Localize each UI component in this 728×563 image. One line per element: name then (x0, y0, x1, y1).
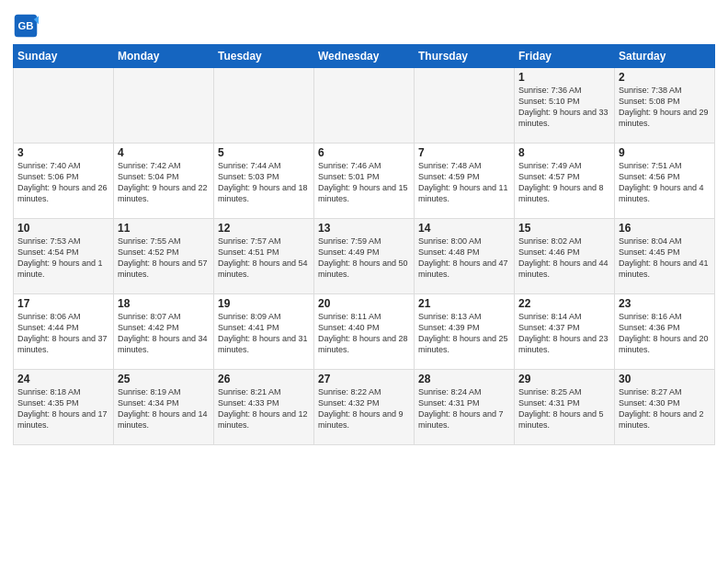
day-cell: 25Sunrise: 8:19 AM Sunset: 4:34 PM Dayli… (114, 370, 214, 445)
day-info: Sunrise: 7:55 AM Sunset: 4:52 PM Dayligh… (118, 236, 210, 281)
day-number: 19 (218, 297, 310, 310)
day-info: Sunrise: 8:13 AM Sunset: 4:39 PM Dayligh… (418, 311, 510, 356)
day-cell (14, 68, 114, 144)
day-number: 23 (619, 297, 711, 310)
day-cell (314, 68, 415, 144)
day-cell: 27Sunrise: 8:22 AM Sunset: 4:32 PM Dayli… (314, 370, 415, 445)
day-cell: 14Sunrise: 8:00 AM Sunset: 4:48 PM Dayli… (415, 219, 515, 294)
day-cell: 24Sunrise: 8:18 AM Sunset: 4:35 PM Dayli… (14, 370, 114, 445)
day-info: Sunrise: 7:46 AM Sunset: 5:01 PM Dayligh… (318, 160, 410, 205)
col-header-tuesday: Tuesday (214, 45, 314, 68)
day-info: Sunrise: 8:18 AM Sunset: 4:35 PM Dayligh… (17, 386, 109, 431)
calendar-table: SundayMondayTuesdayWednesdayThursdayFrid… (13, 44, 715, 445)
day-number: 13 (318, 222, 410, 235)
day-cell: 5Sunrise: 7:44 AM Sunset: 5:03 PM Daylig… (214, 144, 314, 219)
day-info: Sunrise: 7:57 AM Sunset: 4:51 PM Dayligh… (218, 236, 310, 281)
day-cell (415, 68, 515, 144)
day-number: 28 (418, 373, 510, 385)
page-container: GB SundayMondayTuesdayWednesdayThursdayF… (0, 0, 728, 453)
day-cell: 19Sunrise: 8:09 AM Sunset: 4:41 PM Dayli… (214, 294, 314, 370)
day-cell: 9Sunrise: 7:51 AM Sunset: 4:56 PM Daylig… (615, 144, 715, 219)
week-row-4: 17Sunrise: 8:06 AM Sunset: 4:44 PM Dayli… (14, 294, 715, 370)
logo: GB (13, 13, 42, 39)
day-cell: 29Sunrise: 8:25 AM Sunset: 4:31 PM Dayli… (515, 370, 615, 445)
day-cell: 11Sunrise: 7:55 AM Sunset: 4:52 PM Dayli… (114, 219, 214, 294)
day-info: Sunrise: 7:48 AM Sunset: 4:59 PM Dayligh… (418, 160, 510, 205)
day-cell: 3Sunrise: 7:40 AM Sunset: 5:06 PM Daylig… (14, 144, 114, 219)
col-header-wednesday: Wednesday (314, 45, 415, 68)
day-number: 10 (17, 222, 109, 235)
col-header-monday: Monday (114, 45, 214, 68)
day-info: Sunrise: 8:27 AM Sunset: 4:30 PM Dayligh… (619, 386, 711, 431)
day-info: Sunrise: 8:19 AM Sunset: 4:34 PM Dayligh… (118, 386, 210, 431)
day-number: 22 (518, 297, 610, 310)
day-number: 2 (619, 71, 711, 84)
day-number: 21 (418, 297, 510, 310)
day-number: 11 (118, 222, 210, 235)
day-number: 20 (318, 297, 410, 310)
day-number: 1 (518, 71, 610, 84)
day-info: Sunrise: 8:21 AM Sunset: 4:33 PM Dayligh… (218, 386, 310, 431)
day-cell: 26Sunrise: 8:21 AM Sunset: 4:33 PM Dayli… (214, 370, 314, 445)
day-cell: 28Sunrise: 8:24 AM Sunset: 4:31 PM Dayli… (415, 370, 515, 445)
day-info: Sunrise: 7:38 AM Sunset: 5:08 PM Dayligh… (619, 85, 711, 130)
day-number: 5 (218, 146, 310, 159)
day-info: Sunrise: 8:11 AM Sunset: 4:40 PM Dayligh… (318, 311, 410, 356)
day-cell: 22Sunrise: 8:14 AM Sunset: 4:37 PM Dayli… (515, 294, 615, 370)
day-number: 17 (17, 297, 109, 310)
col-header-saturday: Saturday (615, 45, 715, 68)
day-number: 15 (518, 222, 610, 235)
day-cell: 30Sunrise: 8:27 AM Sunset: 4:30 PM Dayli… (615, 370, 715, 445)
day-info: Sunrise: 7:44 AM Sunset: 5:03 PM Dayligh… (218, 160, 310, 205)
day-cell: 16Sunrise: 8:04 AM Sunset: 4:45 PM Dayli… (615, 219, 715, 294)
day-cell: 17Sunrise: 8:06 AM Sunset: 4:44 PM Dayli… (14, 294, 114, 370)
day-info: Sunrise: 8:09 AM Sunset: 4:41 PM Dayligh… (218, 311, 310, 356)
day-info: Sunrise: 7:59 AM Sunset: 4:49 PM Dayligh… (318, 236, 410, 281)
day-info: Sunrise: 8:25 AM Sunset: 4:31 PM Dayligh… (518, 386, 610, 431)
day-cell: 10Sunrise: 7:53 AM Sunset: 4:54 PM Dayli… (14, 219, 114, 294)
day-info: Sunrise: 8:14 AM Sunset: 4:37 PM Dayligh… (518, 311, 610, 356)
day-number: 16 (619, 222, 711, 235)
week-row-3: 10Sunrise: 7:53 AM Sunset: 4:54 PM Dayli… (14, 219, 715, 294)
week-row-2: 3Sunrise: 7:40 AM Sunset: 5:06 PM Daylig… (14, 144, 715, 219)
day-info: Sunrise: 8:22 AM Sunset: 4:32 PM Dayligh… (318, 386, 410, 431)
day-info: Sunrise: 8:00 AM Sunset: 4:48 PM Dayligh… (418, 236, 510, 281)
day-number: 4 (118, 146, 210, 159)
day-number: 24 (17, 373, 109, 385)
day-info: Sunrise: 7:51 AM Sunset: 4:56 PM Dayligh… (619, 160, 711, 205)
col-header-friday: Friday (515, 45, 615, 68)
day-info: Sunrise: 8:07 AM Sunset: 4:42 PM Dayligh… (118, 311, 210, 356)
svg-text:GB: GB (17, 20, 33, 31)
day-info: Sunrise: 7:36 AM Sunset: 5:10 PM Dayligh… (518, 85, 610, 130)
day-info: Sunrise: 7:49 AM Sunset: 4:57 PM Dayligh… (518, 160, 610, 205)
day-info: Sunrise: 8:06 AM Sunset: 4:44 PM Dayligh… (17, 311, 109, 356)
day-number: 25 (118, 373, 210, 385)
day-info: Sunrise: 8:02 AM Sunset: 4:46 PM Dayligh… (518, 236, 610, 281)
day-cell: 7Sunrise: 7:48 AM Sunset: 4:59 PM Daylig… (415, 144, 515, 219)
col-header-thursday: Thursday (415, 45, 515, 68)
day-cell: 6Sunrise: 7:46 AM Sunset: 5:01 PM Daylig… (314, 144, 415, 219)
day-cell: 2Sunrise: 7:38 AM Sunset: 5:08 PM Daylig… (615, 68, 715, 144)
day-number: 12 (218, 222, 310, 235)
day-cell: 23Sunrise: 8:16 AM Sunset: 4:36 PM Dayli… (615, 294, 715, 370)
logo-icon: GB (13, 13, 39, 39)
header-row: SundayMondayTuesdayWednesdayThursdayFrid… (14, 45, 715, 68)
day-cell: 8Sunrise: 7:49 AM Sunset: 4:57 PM Daylig… (515, 144, 615, 219)
day-cell: 4Sunrise: 7:42 AM Sunset: 5:04 PM Daylig… (114, 144, 214, 219)
day-number: 8 (518, 146, 610, 159)
day-number: 3 (17, 146, 109, 159)
day-cell: 1Sunrise: 7:36 AM Sunset: 5:10 PM Daylig… (515, 68, 615, 144)
header: GB (13, 9, 715, 39)
day-cell: 12Sunrise: 7:57 AM Sunset: 4:51 PM Dayli… (214, 219, 314, 294)
day-cell: 15Sunrise: 8:02 AM Sunset: 4:46 PM Dayli… (515, 219, 615, 294)
day-number: 29 (518, 373, 610, 385)
day-number: 30 (619, 373, 711, 385)
day-info: Sunrise: 8:24 AM Sunset: 4:31 PM Dayligh… (418, 386, 510, 431)
day-number: 6 (318, 146, 410, 159)
day-info: Sunrise: 8:04 AM Sunset: 4:45 PM Dayligh… (619, 236, 711, 281)
day-cell: 20Sunrise: 8:11 AM Sunset: 4:40 PM Dayli… (314, 294, 415, 370)
day-number: 18 (118, 297, 210, 310)
day-number: 27 (318, 373, 410, 385)
day-number: 14 (418, 222, 510, 235)
day-number: 9 (619, 146, 711, 159)
